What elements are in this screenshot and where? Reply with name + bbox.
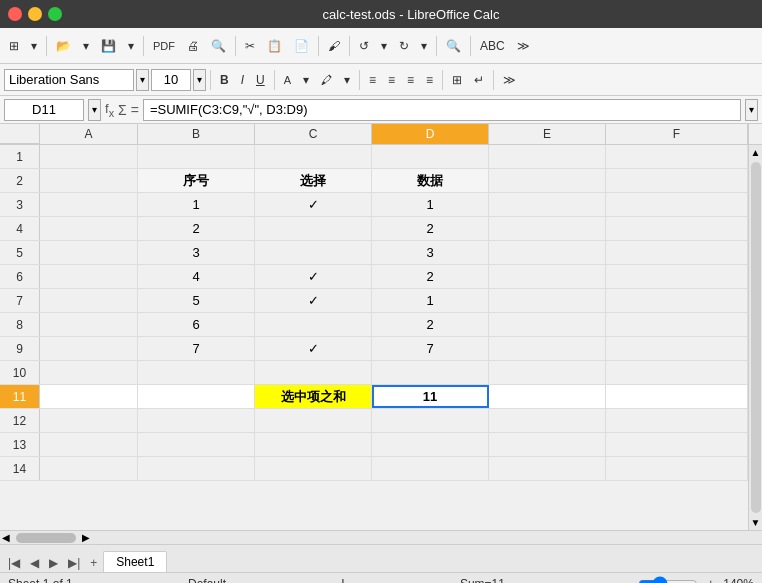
cell-a13[interactable] [40,433,138,456]
cell-a8[interactable] [40,313,138,336]
cell-a5[interactable] [40,241,138,264]
cell-b3[interactable]: 1 [138,193,255,216]
cell-c8[interactable] [255,313,372,336]
new-button[interactable]: ⊞ [4,36,24,56]
cell-d12[interactable] [372,409,489,432]
maximize-button[interactable] [48,7,62,21]
find-button[interactable]: 🔍 [441,36,466,56]
cell-e3[interactable] [489,193,606,216]
tab-prev-button[interactable]: ◀ [26,554,43,572]
paste-button[interactable]: 📄 [289,36,314,56]
col-header-f[interactable]: F [606,124,748,144]
font-size-dropdown[interactable]: ▾ [193,69,206,91]
preview-button[interactable]: 🔍 [206,36,231,56]
cell-b11[interactable] [138,385,255,408]
cell-c2[interactable]: 选择 [255,169,372,192]
cell-b6[interactable]: 4 [138,265,255,288]
more-btn[interactable]: ≫ [512,36,535,56]
cell-a3[interactable] [40,193,138,216]
cell-c4[interactable] [255,217,372,240]
cell-a10[interactable] [40,361,138,384]
cell-c11[interactable]: 选中项之和 [255,385,372,408]
tab-next-button[interactable]: ▶ [45,554,62,572]
cell-c5[interactable] [255,241,372,264]
h-scroll-thumb[interactable] [16,533,76,543]
cell-e14[interactable] [489,457,606,480]
horizontal-scrollbar[interactable]: ◀ ▶ [0,530,762,544]
cell-c10[interactable] [255,361,372,384]
close-button[interactable] [8,7,22,21]
cell-d7[interactable]: 1 [372,289,489,312]
vertical-scrollbar[interactable]: ▲ ▼ [748,145,762,530]
cell-c14[interactable] [255,457,372,480]
col-header-b[interactable]: B [138,124,255,144]
cell-b2[interactable]: 序号 [138,169,255,192]
cell-c7[interactable]: ✓ [255,289,372,312]
cell-e6[interactable] [489,265,606,288]
cell-d2[interactable]: 数据 [372,169,489,192]
align-center-button[interactable]: ≡ [383,70,400,90]
open-button[interactable]: 📂 [51,36,76,56]
cell-e8[interactable] [489,313,606,336]
open-dropdown[interactable]: ▾ [78,36,94,56]
paint-button[interactable]: 🖌 [323,36,345,56]
cell-b5[interactable]: 3 [138,241,255,264]
cell-c9[interactable]: ✓ [255,337,372,360]
save-button[interactable]: 💾 [96,36,121,56]
cell-e9[interactable] [489,337,606,360]
cell-f11[interactable] [606,385,748,408]
cell-d13[interactable] [372,433,489,456]
cell-e5[interactable] [489,241,606,264]
formula-input[interactable]: =SUMIF(C3:C9,"√", D3:D9) [143,99,741,121]
cell-reference-input[interactable]: D11 [4,99,84,121]
cell-a11[interactable] [40,385,138,408]
font-color-button[interactable]: A [279,71,296,89]
col-header-c[interactable]: C [255,124,372,144]
cell-f14[interactable] [606,457,748,480]
align-left-button[interactable]: ≡ [364,70,381,90]
justify-button[interactable]: ≡ [421,70,438,90]
font-color-dropdown[interactable]: ▾ [298,70,314,90]
col-header-a[interactable]: A [40,124,138,144]
cell-f3[interactable] [606,193,748,216]
cell-a7[interactable] [40,289,138,312]
formula-equals-icon[interactable]: = [131,102,139,118]
cell-d6[interactable]: 2 [372,265,489,288]
font-size-input[interactable]: 10 [151,69,191,91]
function-wizard-icon[interactable]: fx [105,101,114,119]
cell-f8[interactable] [606,313,748,336]
cell-f9[interactable] [606,337,748,360]
cell-f4[interactable] [606,217,748,240]
cell-b13[interactable] [138,433,255,456]
cell-f10[interactable] [606,361,748,384]
font-name-input[interactable]: Liberation Sans [4,69,134,91]
zoom-in-button[interactable]: + [702,574,719,584]
cell-e2[interactable] [489,169,606,192]
cell-ref-dropdown[interactable]: ▾ [88,99,101,121]
print-button[interactable]: 🖨 [182,36,204,56]
redo-button[interactable]: ↻ [394,36,414,56]
cell-b1[interactable] [138,145,255,168]
cell-b9[interactable]: 7 [138,337,255,360]
cell-a1[interactable] [40,145,138,168]
cell-f6[interactable] [606,265,748,288]
cell-d10[interactable] [372,361,489,384]
scroll-thumb[interactable] [751,162,761,513]
zoom-out-button[interactable]: - [620,574,634,584]
cell-d1[interactable] [372,145,489,168]
cell-c3[interactable]: ✓ [255,193,372,216]
cell-f12[interactable] [606,409,748,432]
format-more[interactable]: ≫ [498,70,521,90]
cell-f7[interactable] [606,289,748,312]
italic-button[interactable]: I [236,70,249,90]
cell-c6[interactable]: ✓ [255,265,372,288]
sheet-tab-1[interactable]: Sheet1 [103,551,167,572]
cell-d14[interactable] [372,457,489,480]
sum-icon[interactable]: Σ [118,102,127,118]
scroll-right-button[interactable]: ▶ [80,532,92,543]
cell-a6[interactable] [40,265,138,288]
cell-a2[interactable] [40,169,138,192]
cell-f13[interactable] [606,433,748,456]
bold-button[interactable]: B [215,70,234,90]
cell-d3[interactable]: 1 [372,193,489,216]
